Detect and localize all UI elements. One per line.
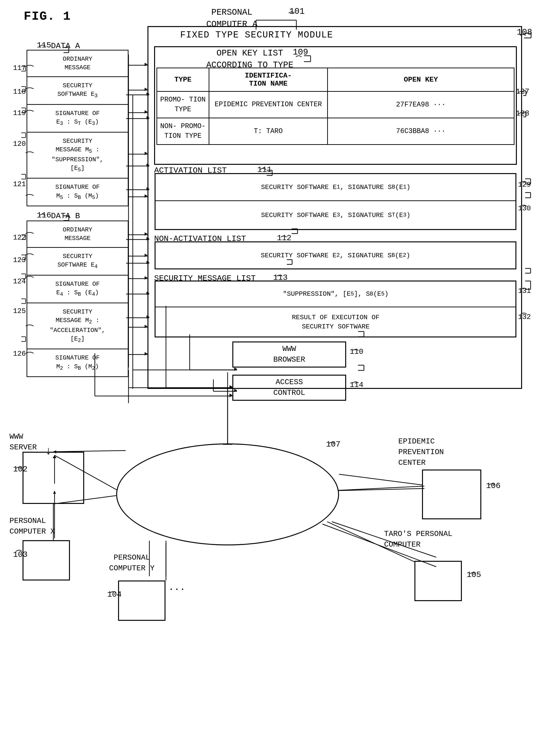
svg-marker-134 bbox=[145, 254, 147, 257]
data-a-row-4: SECURITYMESSAGE M5 :"SUPPRESSION",[E5] bbox=[27, 133, 128, 179]
figure-label: FIG. 1 bbox=[24, 9, 71, 23]
svg-marker-137 bbox=[145, 352, 147, 355]
data-b-row-5: SIGNATURE OFM2 : SB (M2) bbox=[27, 349, 128, 376]
data-a-row-3: SIGNATURE OFE3 : ST (E3) bbox=[27, 105, 128, 133]
ref-103: 103 bbox=[13, 550, 28, 559]
ref-126: 126 bbox=[13, 350, 26, 358]
ref-115: 115 bbox=[37, 41, 51, 50]
taro-pc-label: TARO'S PERSONALCOMPUTER bbox=[384, 529, 452, 550]
svg-marker-131 bbox=[145, 152, 147, 155]
svg-marker-130 bbox=[145, 110, 147, 114]
access-control-box: ACCESSCONTROL bbox=[232, 375, 346, 401]
ref-121: 121 bbox=[13, 180, 26, 188]
epidemic-center-label: EPIDEMICPREVENTIONCENTER bbox=[398, 436, 444, 468]
row2-name: T: TARO bbox=[209, 118, 328, 145]
www-server-box bbox=[23, 452, 84, 504]
ref-131: 131 bbox=[518, 287, 531, 295]
svg-marker-135 bbox=[145, 276, 147, 280]
www-server-label: WWWSERVER bbox=[9, 432, 37, 453]
pc-y-box bbox=[118, 580, 165, 621]
svg-marker-133 bbox=[145, 232, 147, 236]
data-b-row-3: SIGNATURE OFE4 : SB (E4) bbox=[27, 276, 128, 303]
ref-128: 128 bbox=[516, 109, 529, 118]
ref-123: 123 bbox=[13, 256, 26, 264]
col-open-key: OPEN KEY bbox=[328, 68, 514, 92]
col-identification: IDENTIFICA- TION NAME bbox=[209, 68, 328, 92]
sec-msg-row-2: RESULT OF EXECUTION OFSECURITY SOFTWARE bbox=[155, 307, 516, 337]
ref-120: 120 bbox=[13, 140, 26, 148]
row1-name: EPIDEMIC PREVENTION CENTER bbox=[209, 92, 328, 118]
data-a-row-1: ORDINARYMESSAGE bbox=[27, 51, 128, 77]
open-key-table: TYPE IDENTIFICA- TION NAME OPEN KEY PROM… bbox=[156, 68, 514, 145]
data-b-label: DATA B bbox=[51, 212, 80, 221]
pc-x-box bbox=[23, 540, 70, 580]
row2-key: 76C3BBA8 ··· bbox=[328, 118, 514, 145]
svg-line-146 bbox=[339, 474, 422, 485]
activation-row-2: SECURITY SOFTWARE E3, SIGNATURE ST(E3) bbox=[155, 201, 516, 229]
data-b-row-1: ORDINARYMESSAGE bbox=[27, 221, 128, 248]
pc-x-label: PERSONALCOMPUTER X bbox=[9, 516, 55, 537]
svg-marker-157 bbox=[230, 394, 232, 397]
data-a-row-2: SECURITYSOFTWARE E3 bbox=[27, 77, 128, 105]
data-b-row-2: SECURITYSOFTWARE E4 bbox=[27, 248, 128, 276]
ref-107: 107 bbox=[326, 440, 340, 449]
pc-y-label: PERSONALCOMPUTER Y bbox=[109, 553, 155, 574]
ref-117: 117 bbox=[13, 64, 26, 72]
svg-marker-136 bbox=[145, 325, 147, 328]
ref-116: 116 bbox=[37, 211, 51, 220]
ref-105: 105 bbox=[467, 570, 481, 579]
ref-106: 106 bbox=[486, 481, 500, 490]
sec-msg-row-1: "SUPPRESSION", [E5], SB(E5) bbox=[155, 281, 516, 307]
ref-109: 109 bbox=[293, 47, 308, 57]
svg-marker-129 bbox=[145, 88, 147, 91]
ref-129: 129 bbox=[518, 181, 531, 189]
ref-125: 125 bbox=[13, 307, 26, 315]
table-row: NON- PROMO- TION TYPE T: TARO 76C3BBA8 ·… bbox=[157, 118, 514, 145]
epidemic-center-box bbox=[422, 470, 481, 519]
pc-y-dots: ... bbox=[168, 582, 185, 593]
col-type: TYPE bbox=[157, 68, 209, 92]
data-a-box: ORDINARYMESSAGE SECURITYSOFTWARE E3 SIGN… bbox=[27, 50, 129, 206]
data-a-label: DATA A bbox=[51, 41, 80, 51]
ref-118: 118 bbox=[13, 88, 26, 96]
row1-key: 27F7EA98 ··· bbox=[328, 92, 514, 118]
data-b-box: ORDINARYMESSAGE SECURITYSOFTWARE E4 SIGN… bbox=[27, 221, 129, 377]
taro-pc-box bbox=[414, 561, 462, 601]
ref-122: 122 bbox=[13, 234, 26, 242]
ref-130: 130 bbox=[518, 204, 531, 212]
svg-marker-132 bbox=[145, 194, 147, 198]
table-row: PROMO- TION TYPE EPIDEMIC PREVENTION CEN… bbox=[157, 92, 514, 118]
www-server-arrow: ↓ bbox=[45, 445, 52, 458]
ref-102: 102 bbox=[13, 465, 28, 474]
ref-132: 132 bbox=[518, 313, 531, 321]
svg-line-70 bbox=[327, 486, 424, 491]
ref-124: 124 bbox=[13, 277, 26, 286]
row1-type: PROMO- TION TYPE bbox=[157, 92, 209, 118]
ref-101: 101 bbox=[289, 7, 305, 16]
ref-104: 104 bbox=[107, 590, 122, 599]
svg-line-115 bbox=[327, 488, 424, 491]
svg-marker-128 bbox=[145, 63, 147, 66]
activation-row-1: SECURITY SOFTWARE E1, SIGNATURE SB(E1) bbox=[155, 174, 516, 201]
ref-110: 110 bbox=[350, 347, 363, 356]
ref-114: 114 bbox=[350, 381, 363, 389]
data-a-row-5: SIGNATURE OFM5 : SB (M5) bbox=[27, 179, 128, 206]
diagram: FIG. 1 PERSONAL COMPUTER A 101 108 FIXED… bbox=[0, 0, 560, 737]
non-activation-box: SECURITY SOFTWARE E2, SIGNATURE SB(E2) bbox=[155, 241, 516, 269]
network-oval bbox=[116, 443, 339, 545]
ref-119: 119 bbox=[13, 109, 26, 117]
data-b-row-4: SECURITYMESSAGE M2 :"ACCELERATION",[E2] bbox=[27, 303, 128, 350]
www-browser-box: WWWBROWSER bbox=[232, 341, 346, 368]
ref-127: 127 bbox=[516, 87, 529, 96]
row2-type: NON- PROMO- TION TYPE bbox=[157, 118, 209, 145]
